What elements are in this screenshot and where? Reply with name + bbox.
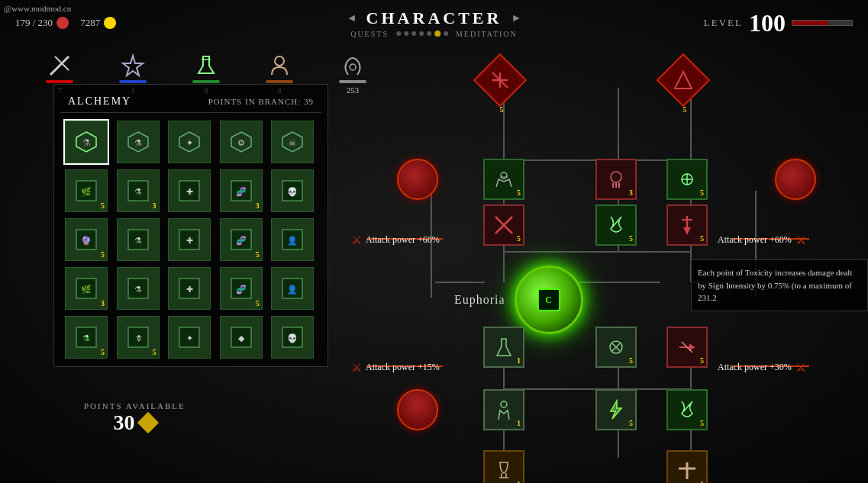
node-dna-2[interactable]: 5 <box>666 389 708 430</box>
skill-cell-2[interactable]: ⚗ <box>115 119 161 165</box>
skill-cell-25[interactable]: 💀 <box>269 314 315 360</box>
skill-cell-14[interactable]: 🧬 5 <box>218 217 264 262</box>
attack-power-label-1: ⚔ Attack power +60% <box>351 233 440 247</box>
skill-level-9: 3 <box>256 201 260 210</box>
skill-cell-18[interactable]: ✚ <box>166 266 212 311</box>
points-gem-icon <box>137 412 159 433</box>
nav-dot-2 <box>404 31 408 36</box>
left-panel: ALCHEMY POINTS IN BRANCH: 39 ⚗ ⚗ ✦ <box>53 46 328 458</box>
node-arrows[interactable]: 5 <box>666 327 708 368</box>
exp-fill <box>792 21 828 25</box>
node-skull-1[interactable]: 3 <box>595 159 637 200</box>
skill-cell-13[interactable]: ✚ <box>166 217 212 262</box>
svg-text:💀: 💀 <box>287 333 298 343</box>
node-bottle-2[interactable]: 5 <box>595 327 637 368</box>
header-left: 179 / 230 7287 <box>15 17 116 29</box>
watermark: @www.modmod.cn <box>4 4 71 13</box>
node-orb-right[interactable] <box>775 159 816 200</box>
skill-box-7: ⚗ 3 <box>117 169 160 212</box>
svg-text:✦: ✦ <box>186 138 193 147</box>
node-figure-1[interactable]: 1 <box>483 389 524 430</box>
node-orb-left[interactable] <box>397 159 438 200</box>
level-value: 100 <box>749 9 786 37</box>
skill-cell-23[interactable]: ✦ <box>166 314 212 360</box>
panel-points: POINTS IN BRANCH: 39 <box>208 97 314 106</box>
skill-box-22: 🗡 5 <box>117 316 160 359</box>
nav-dot-7 <box>444 31 448 36</box>
skill-cell-22[interactable]: 🗡 5 <box>115 314 161 360</box>
node-green-2[interactable]: 5 <box>666 159 708 200</box>
node-lightning[interactable]: 5 <box>595 389 637 430</box>
node-sword-down[interactable]: 5 <box>666 204 708 246</box>
node-top-right-1[interactable]: 5 <box>664 61 702 99</box>
skill-cell-12[interactable]: ⚗ <box>115 217 161 262</box>
skill-cell-24[interactable]: ◆ <box>218 314 264 360</box>
attack-power-label-2: Attack power +60% ⚔ <box>718 233 806 247</box>
attack-power-label-3: ⚔ Attack power +15% <box>351 360 440 375</box>
svg-text:⚗: ⚗ <box>82 137 91 148</box>
health-stat: 179 / 230 <box>15 17 69 29</box>
nav-quests-label: QUESTS <box>350 30 389 38</box>
svg-text:✚: ✚ <box>186 187 193 196</box>
skill-cell-11[interactable]: 🔮 5 <box>63 217 109 262</box>
node-green-1[interactable]: 5 <box>483 159 524 200</box>
svg-text:⚗: ⚗ <box>134 187 142 196</box>
sword-icon-3: ⚔ <box>351 360 362 375</box>
skill-box-2: ⚗ <box>117 121 160 163</box>
points-available-section: POINTS AVAILABLE 30 <box>84 401 186 435</box>
svg-text:🌿: 🌿 <box>81 186 92 197</box>
skill-box-11: 🔮 5 <box>65 218 108 261</box>
svg-text:🔮: 🔮 <box>81 235 92 246</box>
skill-cell-15[interactable]: 👤 <box>269 217 315 262</box>
skill-box-8: ✚ <box>168 169 211 212</box>
skill-cell-9[interactable]: 🧬 3 <box>218 168 264 214</box>
skill-box-18: ✚ <box>168 267 211 310</box>
svg-marker-107 <box>611 401 621 419</box>
euphoria-orb[interactable]: C <box>515 266 583 334</box>
skill-cell-6[interactable]: 🌿 5 <box>63 168 109 214</box>
skill-box-13: ✚ <box>168 218 211 261</box>
node-cross[interactable]: 1 <box>666 450 708 483</box>
svg-point-90 <box>611 172 621 182</box>
node-goblet[interactable]: 1 <box>483 450 524 483</box>
skill-level-16: 3 <box>101 299 105 308</box>
skill-cell-1[interactable]: ⚗ <box>63 119 109 165</box>
skill-cell-7[interactable]: ⚗ 3 <box>115 168 161 214</box>
node-cross-swords[interactable]: 5 <box>483 204 524 246</box>
svg-text:⚗: ⚗ <box>82 333 90 343</box>
panel-title: ALCHEMY <box>68 95 131 108</box>
node-bottle-1[interactable]: 1 <box>483 327 524 368</box>
skill-level-19: 5 <box>256 299 260 308</box>
skill-box-9: 🧬 3 <box>220 169 263 212</box>
skill-cell-17[interactable]: ⚗ <box>115 266 161 311</box>
skill-box-17: ⚗ <box>117 267 160 310</box>
node-orb-bottom-left[interactable] <box>397 389 438 430</box>
header-right: LEVEL 100 <box>704 9 853 37</box>
skill-level-6: 5 <box>101 201 105 210</box>
node-top-left-1[interactable]: 5 <box>481 61 519 99</box>
skill-box-15: 👤 <box>271 218 314 261</box>
skill-level-7: 3 <box>153 201 156 210</box>
svg-text:👤: 👤 <box>287 235 298 246</box>
skill-grid: ⚗ ⚗ ✦ ⚙ ☠ <box>60 119 321 360</box>
node-dna[interactable]: 5 <box>595 204 637 246</box>
svg-text:✦: ✦ <box>186 333 193 343</box>
skill-tree: 5 5 5 3 5 <box>344 46 868 483</box>
skill-cell-8[interactable]: ✚ <box>166 168 212 214</box>
skill-cell-20[interactable]: 👤 <box>269 266 315 311</box>
nav-right-arrow[interactable]: ► <box>511 12 521 24</box>
nav-dot-4 <box>419 31 424 36</box>
skill-box-24: ◆ <box>220 316 263 359</box>
skill-cell-10[interactable]: 💀 <box>269 168 315 214</box>
skill-cell-4[interactable]: ⚙ <box>218 119 264 165</box>
panel-header: ALCHEMY POINTS IN BRANCH: 39 <box>60 91 321 113</box>
nav-left-arrow[interactable]: ◄ <box>347 12 357 24</box>
svg-point-88 <box>501 172 507 179</box>
sword-icon-1: ⚔ <box>351 233 362 247</box>
skill-cell-3[interactable]: ✦ <box>166 119 212 165</box>
skill-cell-21[interactable]: ⚗ 5 <box>63 314 109 360</box>
char-nav: QUESTS MEDITATION <box>347 30 522 38</box>
skill-cell-19[interactable]: 🧬 5 <box>218 266 264 311</box>
skill-cell-16[interactable]: 🌿 3 <box>63 266 109 311</box>
skill-cell-5[interactable]: ☠ <box>269 119 315 165</box>
